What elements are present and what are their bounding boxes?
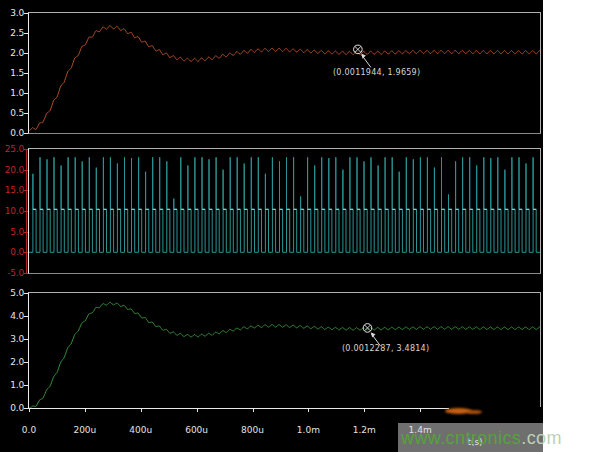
waveform-plot-top[interactable] bbox=[28, 12, 541, 134]
y-tick-mark bbox=[24, 133, 28, 134]
y-tick-mark bbox=[24, 211, 28, 212]
cursor-marker-icon[interactable] bbox=[363, 324, 380, 346]
y-tick-mark bbox=[24, 408, 28, 409]
y-tick-mark bbox=[24, 273, 28, 274]
y-tick-mark bbox=[24, 339, 28, 340]
waveform-plot-middle[interactable] bbox=[28, 148, 541, 274]
y-tick-mark bbox=[24, 33, 28, 34]
x-tick-mark bbox=[420, 408, 421, 412]
waveform-viewer-screen: (0.0011944, 1.9659) (0.0012287, 3.4814) … bbox=[0, 0, 543, 452]
y-tick-mark bbox=[24, 232, 28, 233]
cursor-marker-icon[interactable] bbox=[354, 45, 371, 67]
y-tick-label: 5.0 bbox=[1, 288, 24, 298]
y-tick-mark bbox=[24, 316, 28, 317]
y-tick-label: 2.0 bbox=[1, 48, 24, 58]
x-tick-mark bbox=[197, 408, 198, 412]
y-tick-label: 0.0 bbox=[1, 128, 24, 138]
y-tick-label: 25.0 bbox=[1, 144, 24, 154]
axis-orange-smudge-small bbox=[467, 410, 482, 414]
y-tick-label: 20.0 bbox=[1, 165, 24, 175]
cursor-readout-1: (0.0011944, 1.9659) bbox=[333, 68, 420, 77]
y-tick-mark bbox=[24, 362, 28, 363]
watermark-suffix-text: .com bbox=[521, 428, 562, 448]
y-tick-label: 0.0 bbox=[1, 247, 24, 257]
y-tick-label: 2.5 bbox=[1, 28, 24, 38]
y-tick-mark bbox=[24, 170, 28, 171]
y-tick-label: 2.0 bbox=[1, 357, 24, 367]
x-tick-label: 0.0 bbox=[11, 425, 47, 435]
y-tick-label: 1.0 bbox=[1, 380, 24, 390]
y-tick-mark bbox=[24, 113, 28, 114]
y-tick-mark bbox=[24, 190, 28, 191]
y-tick-mark bbox=[24, 13, 28, 14]
y-tick-label: 10.0 bbox=[1, 206, 24, 216]
y-tick-mark bbox=[24, 73, 28, 74]
x-tick-mark bbox=[253, 408, 254, 412]
x-tick-label: 400u bbox=[123, 425, 159, 435]
x-tick-label: 1.0m bbox=[290, 425, 326, 435]
y-tick-label: 1.0 bbox=[1, 88, 24, 98]
watermark: www.cntronics.com bbox=[401, 428, 562, 449]
y-tick-mark bbox=[24, 385, 28, 386]
x-tick-label: 200u bbox=[67, 425, 103, 435]
y-tick-mark bbox=[24, 93, 28, 94]
y-tick-mark bbox=[24, 53, 28, 54]
x-tick-mark bbox=[364, 408, 365, 412]
x-tick-mark bbox=[308, 408, 309, 412]
y-tick-label: 3.0 bbox=[1, 334, 24, 344]
y-tick-label: 5.0 bbox=[1, 227, 24, 237]
y-tick-label: -5.0 bbox=[1, 268, 24, 278]
y-tick-label: 0.5 bbox=[1, 108, 24, 118]
y-tick-label: 0.0 bbox=[1, 403, 24, 413]
x-tick-label: 800u bbox=[235, 425, 271, 435]
y-tick-label: 3.0 bbox=[1, 8, 24, 18]
y-tick-mark bbox=[24, 293, 28, 294]
x-tick-mark bbox=[29, 408, 30, 412]
y-tick-label: 4.0 bbox=[1, 311, 24, 321]
x-tick-label: 1.2m bbox=[346, 425, 382, 435]
x-tick-mark bbox=[85, 408, 86, 412]
cursor-readout-2: (0.0012287, 3.4814) bbox=[342, 344, 429, 353]
y-tick-mark bbox=[24, 149, 28, 150]
watermark-main-text: www.cntronics bbox=[401, 428, 521, 448]
x-tick-label: 600u bbox=[179, 425, 215, 435]
waveform-plot-bottom[interactable] bbox=[28, 292, 541, 409]
x-tick-mark bbox=[141, 408, 142, 412]
y-tick-label: 15.0 bbox=[1, 185, 24, 195]
y-tick-mark bbox=[24, 252, 28, 253]
y-tick-label: 1.5 bbox=[1, 68, 24, 78]
